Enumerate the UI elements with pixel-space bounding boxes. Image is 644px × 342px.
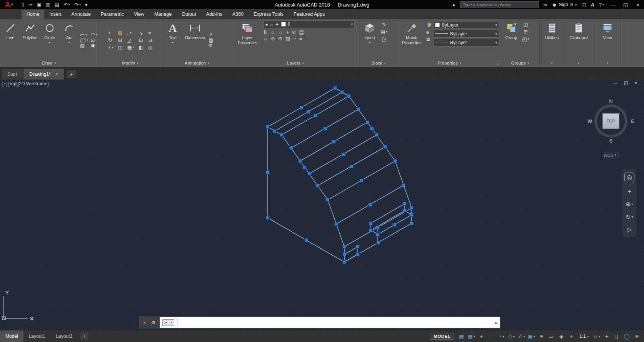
layer-off-icon[interactable]: ☼: [270, 30, 275, 35]
insert-button[interactable]: Insert ▾: [361, 20, 379, 59]
properties-launcher-icon[interactable]: ◿: [497, 62, 499, 66]
layer-merge-icon[interactable]: ▨: [285, 36, 290, 41]
layer-list-icon[interactable]: ≡: [299, 36, 302, 41]
revcloud-icon[interactable]: ◠▾: [91, 32, 97, 37]
saveas-icon[interactable]: ▥: [45, 2, 50, 7]
dynamic-input-icon[interactable]: +: [566, 332, 576, 341]
command-input[interactable]: >_ ▾ ▲: [160, 317, 500, 328]
clipboard-panel-title[interactable]: ▾: [564, 59, 593, 67]
erase-icon[interactable]: ▨: [118, 30, 122, 35]
lineweight-icon[interactable]: ≡: [536, 332, 546, 341]
clean-screen-icon[interactable]: ◯: [622, 332, 632, 341]
group-selection-icon[interactable]: ◰▾: [522, 37, 529, 42]
mirror-icon[interactable]: ◫: [118, 45, 122, 50]
search-input[interactable]: Type a keyword or phrase: [460, 1, 539, 8]
command-prompt-chip[interactable]: >_ ▾: [162, 319, 174, 326]
minimize-button[interactable]: —: [607, 0, 619, 9]
block-panel-title[interactable]: Block▾: [359, 59, 398, 67]
hatch-icon[interactable]: ▨: [80, 43, 88, 48]
view-panel-title[interactable]: ▾: [593, 59, 622, 67]
fillet-icon[interactable]: ◟▾: [127, 30, 134, 35]
text-button[interactable]: A Text ▾: [164, 20, 182, 59]
redo-icon[interactable]: ↷▾: [74, 2, 81, 7]
circle-button[interactable]: Circle ▾: [41, 20, 58, 59]
line-button[interactable]: Line: [2, 20, 19, 59]
tab-manage[interactable]: Manage: [149, 10, 177, 19]
command-close-icon[interactable]: ×: [143, 320, 146, 325]
move-icon[interactable]: +: [108, 30, 113, 35]
model-space-toggle[interactable]: MODEL: [430, 333, 454, 340]
stretch-icon[interactable]: ↘: [139, 30, 143, 35]
leader-icon[interactable]: ↗: [209, 32, 213, 37]
offset-icon[interactable]: ◧: [139, 45, 143, 50]
layout-tab-model[interactable]: Model: [0, 330, 23, 342]
showmotion-icon[interactable]: ▷: [627, 227, 632, 233]
tab-parametric[interactable]: Parametric: [96, 10, 129, 19]
utilities-button[interactable]: Utilities: [543, 20, 561, 59]
snap-icon[interactable]: ▦▾: [466, 332, 476, 341]
layer-freeze-icon[interactable]: ◑: [286, 30, 289, 35]
copy-icon[interactable]: ⊞: [118, 38, 122, 43]
tab-express-tools[interactable]: Express Tools: [249, 10, 289, 19]
file-tab-drawing1[interactable]: Drawing1* ×: [23, 69, 63, 80]
layer-previous-icon[interactable]: ⊖: [278, 36, 282, 41]
wcs-dropdown[interactable]: WCS ▾: [601, 152, 619, 158]
view-button[interactable]: View: [599, 20, 616, 59]
lineweight-select[interactable]: ByLayer ▾: [433, 30, 499, 38]
ellipse-icon[interactable]: ◯▾: [80, 38, 88, 43]
scale-icon[interactable]: ◿: [127, 38, 134, 43]
viewport-close-button[interactable]: ×: [634, 80, 637, 86]
command-history-icon[interactable]: ▲: [494, 320, 498, 325]
object-snap-tracking-icon[interactable]: ∠▾: [516, 332, 526, 341]
tab-insert[interactable]: Insert: [44, 10, 66, 19]
annotation-scale-button[interactable]: 1:1 ▾: [577, 334, 591, 339]
selection-cycling-icon[interactable]: ◈: [556, 332, 566, 341]
navigation-wheel-icon[interactable]: ◎: [624, 173, 635, 182]
tab-view[interactable]: View: [129, 10, 149, 19]
viewcube-top-face[interactable]: TOP: [602, 113, 619, 129]
layer-state-icon[interactable]: ⇅: [263, 30, 267, 35]
exchange-apps-icon[interactable]: ◱: [581, 2, 586, 7]
chamfer-icon[interactable]: ⊿: [148, 38, 152, 43]
infer-constraints-icon[interactable]: +: [476, 332, 486, 341]
draw-panel-title[interactable]: Draw▾: [0, 59, 98, 67]
clipboard-button[interactable]: Clipboard: [568, 20, 589, 59]
viewcube-north[interactable]: N: [609, 98, 612, 104]
join-icon[interactable]: ◎: [148, 45, 152, 50]
zoom-icon[interactable]: ⊕▾: [626, 201, 633, 208]
group-button[interactable]: Group: [502, 20, 520, 59]
quick-properties-icon[interactable]: ▯: [612, 332, 622, 341]
tab-output[interactable]: Output: [177, 10, 201, 19]
osnap-icon[interactable]: ▣▾: [526, 332, 536, 341]
customization-icon[interactable]: ≡: [632, 332, 642, 341]
new-drawing-tab-button[interactable]: +: [67, 70, 76, 78]
layout-tab-layout1[interactable]: Layout1: [23, 330, 51, 342]
table-icon[interactable]: ▦: [209, 38, 213, 43]
layer-walk-icon[interactable]: ◔: [293, 36, 296, 41]
match-properties-button[interactable]: Match Properties: [400, 20, 424, 59]
viewcube[interactable]: N S W E TOP: [590, 100, 632, 142]
save-icon[interactable]: ▣: [37, 2, 41, 7]
tab-add-ins[interactable]: Add-ins: [201, 10, 227, 19]
layer-on-icon[interactable]: ●: [265, 22, 268, 27]
layers-panel-title[interactable]: Layers▾: [232, 59, 359, 67]
group-edit-icon[interactable]: ⊞: [524, 29, 528, 34]
layer-properties-button[interactable]: Layer Properties: [234, 20, 261, 59]
blend-icon[interactable]: ≈: [148, 30, 152, 35]
array-icon[interactable]: ▦▾: [127, 45, 134, 50]
viewcube-south[interactable]: S: [609, 138, 613, 144]
color-wheel-icon[interactable]: [425, 22, 431, 28]
rectangle-icon[interactable]: ▭▾: [80, 32, 88, 37]
layer-unisolate-icon[interactable]: ⊕: [271, 36, 275, 41]
utilities-panel-title[interactable]: ▾: [540, 59, 564, 67]
color-select[interactable]: ByLayer ▾: [433, 21, 499, 29]
text-style-icon[interactable]: ≣: [209, 43, 213, 48]
rotate-icon[interactable]: ↻: [108, 38, 113, 43]
ungroup-icon[interactable]: ◫: [523, 22, 528, 27]
autodesk-a360-icon[interactable]: A: [591, 2, 594, 7]
new-layout-button[interactable]: +: [80, 333, 88, 340]
file-tab-start[interactable]: Start: [2, 69, 23, 80]
tab-home[interactable]: Home: [22, 10, 44, 19]
app-menu-button[interactable]: A▾: [0, 0, 18, 9]
point-icon[interactable]: ⊡: [91, 38, 97, 43]
